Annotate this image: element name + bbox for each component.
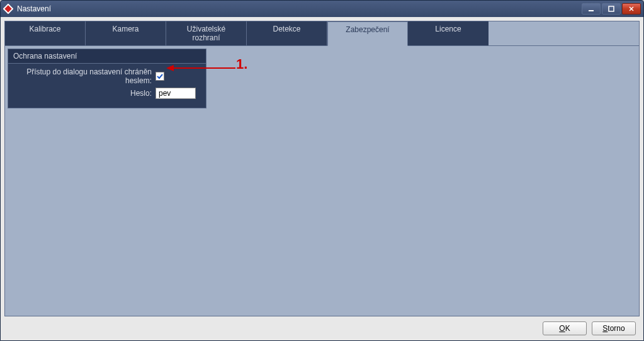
tab-strip: Kalibrace Kamera Uživatelské rozhraní De… — [5, 21, 639, 46]
client-area: Kalibrace Kamera Uživatelské rozhraní De… — [1, 17, 643, 340]
tab-zabezpeceni[interactable]: Zabezpečení — [327, 21, 408, 46]
titlebar[interactable]: Nastavení — [1, 1, 643, 17]
maximize-button[interactable] — [602, 3, 621, 14]
annotation-label: 1. — [236, 56, 247, 72]
main-panel: Kalibrace Kamera Uživatelské rozhraní De… — [4, 21, 640, 316]
tab-kamera[interactable]: Kamera — [86, 21, 166, 45]
tab-kalibrace[interactable]: Kalibrace — [5, 21, 86, 45]
group-ochrana-nastaveni: Ochrana nastavení Přístup do dialogu nas… — [8, 49, 206, 108]
row-protect: Přístup do dialogu nastavení chráněn hes… — [13, 67, 201, 85]
tab-detekce[interactable]: Detekce — [247, 21, 327, 45]
window: Nastavení Kalibrace Kamera Uživatelské r… — [0, 0, 644, 341]
svg-rect-2 — [589, 10, 594, 11]
group-body: Přístup do dialogu nastavení chráněn hes… — [8, 64, 206, 108]
tab-content-zabezpeceni: Ochrana nastavení Přístup do dialogu nas… — [5, 46, 639, 340]
protect-checkbox[interactable] — [155, 72, 164, 81]
protect-label: Přístup do dialogu nastavení chráněn hes… — [13, 67, 152, 85]
password-input[interactable] — [155, 88, 196, 99]
tab-uzivatelske-rozhrani[interactable]: Uživatelské rozhraní — [166, 21, 247, 45]
window-controls — [582, 3, 641, 14]
password-label: Heslo: — [13, 89, 152, 98]
tab-licence[interactable]: Licence — [408, 21, 489, 45]
app-icon — [3, 4, 13, 14]
minimize-button[interactable] — [582, 3, 601, 14]
close-button[interactable] — [622, 3, 641, 14]
group-title: Ochrana nastavení — [8, 49, 206, 64]
svg-rect-3 — [609, 6, 614, 11]
window-title: Nastavení — [17, 4, 582, 13]
row-password: Heslo: — [13, 88, 201, 99]
